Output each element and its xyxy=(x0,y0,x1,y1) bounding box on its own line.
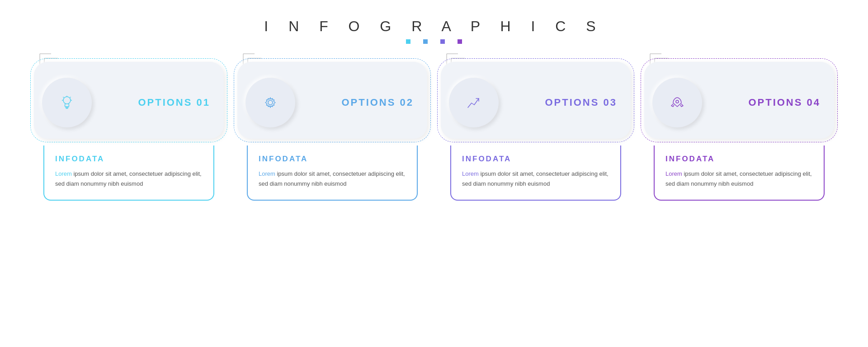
dot-1 xyxy=(406,39,410,44)
bubble-area-4: OPTIONS 04 xyxy=(644,62,834,143)
rocket-icon xyxy=(669,94,686,111)
info-title-2: INFODATA xyxy=(259,155,406,164)
card-4: OPTIONS 04 INFODATA Lorem ipsum dolor si… xyxy=(644,62,834,201)
circle-icon-1 xyxy=(42,78,92,127)
dot-4 xyxy=(458,39,462,44)
option-label-2: OPTIONS 02 xyxy=(341,97,414,108)
dot-3 xyxy=(440,39,445,44)
option-label-4: OPTIONS 04 xyxy=(748,97,821,108)
dot-2 xyxy=(423,39,428,44)
chart-icon xyxy=(465,94,482,111)
bubble-area-3: OPTIONS 03 xyxy=(441,62,631,143)
page-title: I N F O G R A P H I C S xyxy=(264,18,604,35)
svg-point-8 xyxy=(268,100,273,105)
title-dots xyxy=(406,39,462,44)
circle-icon-2 xyxy=(245,78,295,127)
option-label-3: OPTIONS 03 xyxy=(545,97,617,108)
info-box-3: INFODATA Lorem ipsum dolor sit amet, con… xyxy=(450,145,621,201)
info-body-3: Lorem ipsum dolor sit amet, consectetuer… xyxy=(462,169,609,189)
lorem-word-4: Lorem xyxy=(665,170,682,177)
lorem-word-2: Lorem xyxy=(259,170,275,177)
info-title-4: INFODATA xyxy=(665,155,813,164)
info-box-4: INFODATA Lorem ipsum dolor sit amet, con… xyxy=(654,145,825,201)
card-2: OPTIONS 02 INFODATA Lorem ipsum dolor si… xyxy=(237,62,427,201)
gear-icon xyxy=(262,94,279,111)
info-box-2: INFODATA Lorem ipsum dolor sit amet, con… xyxy=(247,145,418,201)
card-3: OPTIONS 03 INFODATA Lorem ipsum dolor si… xyxy=(441,62,631,201)
info-box-1: INFODATA Lorem ipsum dolor sit amet, con… xyxy=(43,145,214,201)
card-1: OPTIONS 01 INFODATA Lorem ipsum dolor si… xyxy=(34,62,224,201)
bubble-area-2: OPTIONS 02 xyxy=(237,62,427,143)
svg-line-4 xyxy=(63,97,64,98)
bubble-area-1: OPTIONS 01 xyxy=(34,62,224,143)
info-title-1: INFODATA xyxy=(55,155,203,164)
svg-line-5 xyxy=(70,97,71,98)
info-body-4: Lorem ipsum dolor sit amet, consectetuer… xyxy=(665,169,813,189)
title-section: I N F O G R A P H I C S xyxy=(264,18,604,44)
option-label-1: OPTIONS 01 xyxy=(138,97,210,108)
lorem-word-1: Lorem xyxy=(55,170,72,177)
info-body-2: Lorem ipsum dolor sit amet, consectetuer… xyxy=(259,169,406,189)
cards-container: OPTIONS 01 INFODATA Lorem ipsum dolor si… xyxy=(7,62,861,201)
info-body-1: Lorem ipsum dolor sit amet, consectetuer… xyxy=(55,169,203,189)
svg-point-9 xyxy=(676,100,679,103)
svg-point-0 xyxy=(63,97,71,104)
lorem-word-3: Lorem xyxy=(462,170,479,177)
lightbulb-icon xyxy=(58,94,75,111)
circle-icon-3 xyxy=(449,78,499,127)
circle-icon-4 xyxy=(652,78,702,127)
info-title-3: INFODATA xyxy=(462,155,609,164)
